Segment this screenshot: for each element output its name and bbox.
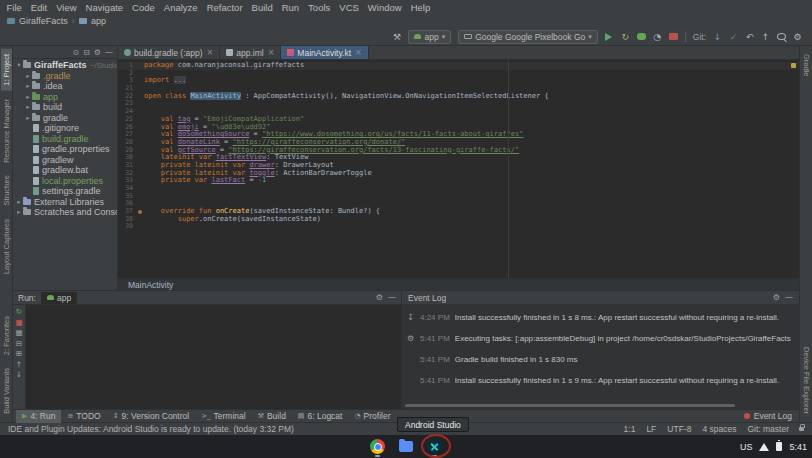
horizontal-scrollbar[interactable] <box>405 404 735 407</box>
override-gutter-icon[interactable] <box>136 208 144 216</box>
close-tab-icon[interactable]: × <box>207 48 214 57</box>
run-console-output[interactable] <box>26 305 401 409</box>
status-widget[interactable]: LF <box>646 424 656 434</box>
menu-vcs[interactable]: VCS <box>335 2 364 13</box>
tree-item[interactable]: .gitignore <box>13 123 117 134</box>
status-widget[interactable]: UTF-8 <box>667 424 691 434</box>
settings-gear-icon[interactable]: ⚙ <box>94 48 101 57</box>
settings-gear-icon[interactable]: ⚙ <box>793 32 802 42</box>
status-message[interactable]: IDE and Plugin Updates: Android Studio i… <box>8 424 614 434</box>
tree-chevron-icon[interactable]: ▸ <box>24 82 32 90</box>
rerun-icon[interactable]: ↻ <box>16 307 22 316</box>
tree-item[interactable]: gradlew <box>13 155 117 166</box>
menu-run[interactable]: Run <box>277 2 303 13</box>
git-revert-button[interactable]: ↶ <box>745 32 754 42</box>
status-widget[interactable]: 1:1 <box>624 424 636 434</box>
run-tab-app[interactable]: app <box>41 292 77 304</box>
breadcrumb-module[interactable]: app <box>91 16 106 26</box>
files-app-icon[interactable] <box>399 441 413 452</box>
search-everywhere-icon[interactable] <box>777 33 786 40</box>
inspection-status-indicator[interactable] <box>791 63 796 68</box>
settings-gear-icon[interactable]: ⚙ <box>773 293 780 302</box>
expand-all-icon[interactable]: ⊞ <box>16 349 22 358</box>
tool-stripe-button[interactable]: Gradle <box>801 49 812 82</box>
tool-window-tab[interactable]: ≡TODO <box>61 410 106 423</box>
run-configuration-selector[interactable]: app ▾ <box>408 30 451 44</box>
tree-item[interactable]: ▸.gradle <box>13 71 117 82</box>
editor-tab[interactable]: MainActivity.kt× <box>281 46 368 59</box>
tree-item[interactable]: ▸build <box>13 102 117 113</box>
menu-code[interactable]: Code <box>128 2 160 13</box>
collapse-all-icon[interactable]: ⊟ <box>83 48 90 57</box>
tree-item[interactable]: settings.gradle <box>13 186 117 197</box>
restore-icon[interactable]: ▦ <box>15 328 22 337</box>
tree-chevron-icon[interactable]: ▸ <box>24 114 32 122</box>
collapse-all-icon[interactable]: ⊟ <box>16 339 22 348</box>
hide-panel-icon[interactable]: — <box>785 293 793 302</box>
tool-window-tab[interactable]: ◔Profiler <box>348 410 396 423</box>
build-hammer-icon[interactable]: ⚒ <box>392 32 401 42</box>
breadcrumb-project[interactable]: GiraffeFacts <box>19 16 68 26</box>
run-button[interactable] <box>605 33 614 41</box>
event-log-entry[interactable]: 5:41 PMInstall successfully finished in … <box>406 376 795 385</box>
close-tab-icon[interactable]: × <box>268 48 275 57</box>
editor-breadcrumb[interactable]: MainActivity <box>118 278 799 290</box>
event-log-entry[interactable]: ↧4:24 PMInstall successfully finished in… <box>406 313 795 322</box>
code-editor[interactable]: 1package com.naranjaconsal.giraffefacts2… <box>118 60 799 278</box>
event-log-toggle[interactable]: Event Log <box>738 410 796 423</box>
code-line[interactable]: 2 <box>118 70 799 78</box>
chrome-app-icon[interactable] <box>370 439 385 454</box>
code-line[interactable]: 38 super.onCreate(savedInstanceState) <box>118 216 799 224</box>
scroll-down-icon[interactable]: ↓ <box>16 370 22 379</box>
tree-item[interactable]: gradlew.bat <box>13 165 117 176</box>
tree-chevron-icon[interactable]: ▾ <box>15 61 23 69</box>
tool-stripe-button[interactable]: Build Variants <box>1 363 12 419</box>
settings-gear-icon[interactable]: ⚙ <box>376 293 383 302</box>
tool-stripe-button[interactable]: 2: Favorites <box>1 311 12 360</box>
hide-panel-icon[interactable]: — <box>105 48 113 57</box>
menu-analyze[interactable]: Analyze <box>159 2 202 13</box>
tool-stripe-button[interactable]: Resource Manager <box>1 94 12 168</box>
code-line[interactable]: 34 <box>118 185 799 193</box>
menu-help[interactable]: Help <box>406 2 435 13</box>
tree-chevron-icon[interactable]: ▸ <box>15 198 23 206</box>
menu-edit[interactable]: Edit <box>26 2 51 13</box>
scroll-up-icon[interactable]: ↑ <box>16 360 22 369</box>
code-line[interactable]: 39 <box>118 223 799 231</box>
event-log-body[interactable]: ↧4:24 PMInstall successfully finished in… <box>402 305 799 409</box>
tool-stripe-button[interactable]: Device File Explorer <box>801 342 812 419</box>
system-tray[interactable]: US 5:41 <box>740 435 807 458</box>
tree-item[interactable]: ▾GiraffeFacts~/StudioProjects/Gir <box>13 60 117 71</box>
menu-window[interactable]: Window <box>363 2 406 13</box>
editor-tab[interactable]: build.gradle (:app)× <box>118 46 220 59</box>
event-log-entry[interactable]: 5:41 PMGradle build finished in 1 s 830 … <box>406 355 795 364</box>
tree-item[interactable]: ▸app <box>13 92 117 103</box>
menu-refactor[interactable]: Refactor <box>202 2 247 13</box>
stop-icon[interactable]: ■ <box>15 318 22 327</box>
code-line[interactable]: 35 <box>118 193 799 201</box>
tree-item[interactable]: ▸Scratches and Consoles <box>13 207 117 218</box>
menu-view[interactable]: View <box>52 2 81 13</box>
tree-chevron-icon[interactable]: ▸ <box>24 103 32 111</box>
code-line[interactable]: 33 private var lastFact = -1 <box>118 177 799 185</box>
git-push-button[interactable]: ↑ <box>761 32 770 42</box>
git-commit-button[interactable]: ✓ <box>729 32 738 42</box>
lock-icon[interactable] <box>799 427 804 431</box>
tree-chevron-icon[interactable]: ▸ <box>15 208 23 216</box>
debug-button[interactable] <box>637 33 646 40</box>
menu-build[interactable]: Build <box>247 2 277 13</box>
stop-button[interactable] <box>669 33 678 40</box>
code-line[interactable]: 3import ... <box>118 77 799 85</box>
tree-item[interactable]: ▸gradle <box>13 113 117 124</box>
clock[interactable]: 5:41 <box>789 442 807 452</box>
tool-window-tab[interactable]: >_Terminal <box>195 410 252 423</box>
tool-stripe-button[interactable]: Structure <box>1 170 12 210</box>
code-line[interactable]: 22open class MainActivity : AppCompatAct… <box>118 93 799 101</box>
tool-stripe-button[interactable]: Layout Captures <box>1 214 12 279</box>
tree-chevron-icon[interactable]: ▸ <box>24 72 32 80</box>
hide-panel-icon[interactable]: — <box>388 293 396 302</box>
keyboard-layout-indicator[interactable]: US <box>740 442 753 452</box>
editor-tab[interactable]: app.iml× <box>220 46 281 59</box>
tool-window-tab[interactable]: ▶4: Run <box>16 410 61 423</box>
tree-item[interactable]: build.gradle <box>13 134 117 145</box>
